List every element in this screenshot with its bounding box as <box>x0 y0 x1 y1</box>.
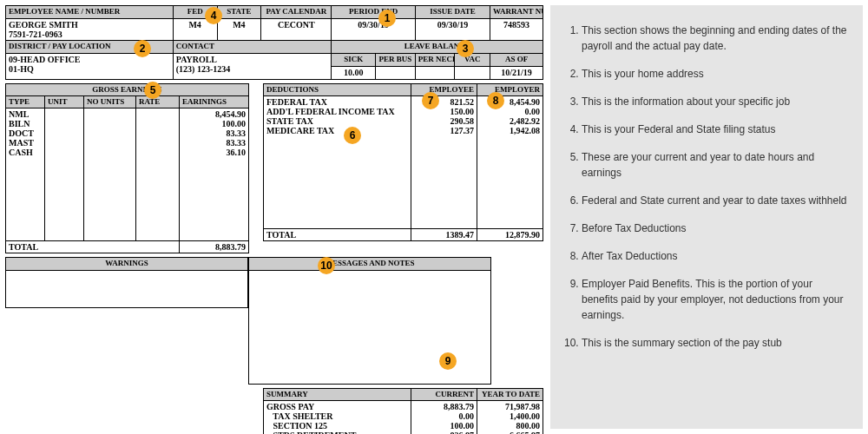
warnings-title: WARNINGS <box>6 258 248 271</box>
ded-total-empr: 12,879.90 <box>477 229 543 241</box>
ded-title: DEDUCTIONS <box>264 84 411 96</box>
summary-title: SUMMARY <box>264 389 411 401</box>
warnings-body <box>6 271 248 308</box>
badge-10-icon: 10 <box>318 257 335 274</box>
badge-4-icon: 4 <box>205 7 222 24</box>
legend-item: Employer Paid Benefits. This is the port… <box>582 276 849 323</box>
district: 09-HEAD OFFICE01-HQ <box>6 54 174 80</box>
lbl-period: PERIOD END <box>332 6 415 19</box>
lbl-warrant: WARRANT NUMBER <box>490 6 543 19</box>
messages-title: MESSAGES AND NOTES <box>249 258 491 271</box>
earnings-rates <box>136 108 180 241</box>
col-nounits: NO UNITS <box>84 96 136 108</box>
ded-empr: EMPLOYER <box>477 84 543 96</box>
perbus <box>376 67 416 80</box>
period: 09/30/19 <box>332 19 415 41</box>
warnings-table: WARNINGS <box>5 257 248 308</box>
col-earn: EARININGS <box>180 96 249 108</box>
badge-5-icon: 5 <box>144 82 161 99</box>
earnings-types: NML BILN DOCT MAST CASH <box>6 108 45 241</box>
ded-empr-vals: 8,454.90 0.00 2,482.92 1,942.08 <box>477 96 543 229</box>
col-type: TYPE <box>6 96 45 108</box>
ded-emp-vals: 821.52 150.00 290.58 127.37 <box>411 96 477 229</box>
summary-ytd-vals: 71,987.981,400.00800.006,665.97 <box>477 401 543 435</box>
sick: 10.00 <box>332 67 376 80</box>
earnings-table: GROSS EARNINGS TYPE UNIT NO UNITS RATE E… <box>5 83 249 253</box>
badge-8-icon: 8 <box>487 92 504 109</box>
legend-item: Before Tax Deductions <box>582 220 849 236</box>
summary-cur: CURRENT <box>411 389 477 401</box>
badge-7-icon: 7 <box>422 92 439 109</box>
badge-9-icon: 9 <box>439 352 457 370</box>
state: M4 <box>217 19 261 41</box>
col-unit: UNIT <box>45 96 84 108</box>
legend-item: This is your home address <box>582 66 849 82</box>
issue: 09/30/19 <box>415 19 490 41</box>
ded-total-emp: 1389.47 <box>411 229 477 241</box>
ded-total-label: TOTAL <box>264 229 411 241</box>
earnings-total: 8,883.79 <box>180 241 249 253</box>
lbl-perneces: PER NECES <box>415 54 455 67</box>
ded-names: FEDERAL TAX ADD'L FEDERAL INCOME TAX STA… <box>264 96 411 229</box>
lbl-asof: AS OF <box>490 54 543 67</box>
lbl-contact: CONTACT <box>173 41 332 54</box>
lbl-state: STATE <box>217 6 261 19</box>
badge-2-icon: 2 <box>134 40 151 57</box>
earnings-unit <box>45 108 84 241</box>
earnings-title: GROSS EARNINGS <box>6 84 249 96</box>
paycal: CECONT <box>261 19 332 41</box>
lbl-name: EMPLOYEE NAME / NUMBER <box>6 6 174 19</box>
badge-1-icon: 1 <box>378 10 396 27</box>
earnings-total-label: TOTAL <box>6 241 180 253</box>
legend-item: This section shows the beginning and end… <box>582 23 849 54</box>
legend-item: After Tax Deductions <box>582 248 849 264</box>
asof: 10/21/19 <box>490 67 543 80</box>
legend-item: Federal and State current and year to da… <box>582 193 849 208</box>
summary-table: SUMMARY CURRENT YEAR TO DATE GROSS PAY T… <box>263 388 543 434</box>
lbl-leave: LEAVE BALANCE <box>332 41 543 54</box>
warrant: 748593 <box>490 19 543 41</box>
legend-item: These are your current and year to date … <box>582 149 849 181</box>
badge-6-icon: 6 <box>344 127 361 144</box>
lbl-paycal: PAY CALENDAR <box>261 6 332 19</box>
ded-emp: EMPLOYEE <box>411 84 477 96</box>
badge-3-icon: 3 <box>457 40 474 57</box>
legend-item: This is the summary section of the pay s… <box>582 335 849 351</box>
legend-panel: This section shows the beginning and end… <box>550 5 863 429</box>
col-rate: RATE <box>136 96 180 108</box>
messages-body <box>249 271 491 385</box>
lbl-sick: SICK <box>332 54 376 67</box>
lbl-perbus: PER BUS <box>376 54 416 67</box>
perneces <box>415 67 455 80</box>
earnings-values: 8,454.90 100.00 83.33 83.33 36.10 <box>180 108 249 241</box>
summary-ytd: YEAR TO DATE <box>477 389 543 401</box>
summary-cur-vals: 8,883.790.00100.00826.87 <box>411 401 477 435</box>
employee-name: GEORGE SMITH7591-721-0963 <box>6 19 174 41</box>
vac <box>455 67 490 80</box>
lbl-issue: ISSUE DATE <box>415 6 490 19</box>
contact: PAYROLL(123) 123-1234 <box>173 54 332 80</box>
legend-item: This is your Federal and State filing st… <box>582 122 849 137</box>
legend-item: This is the information about your speci… <box>582 94 849 109</box>
summary-names: GROSS PAY TAX SHELTER SECTION 125 STRS R… <box>264 401 411 435</box>
earnings-nounits <box>84 108 136 241</box>
